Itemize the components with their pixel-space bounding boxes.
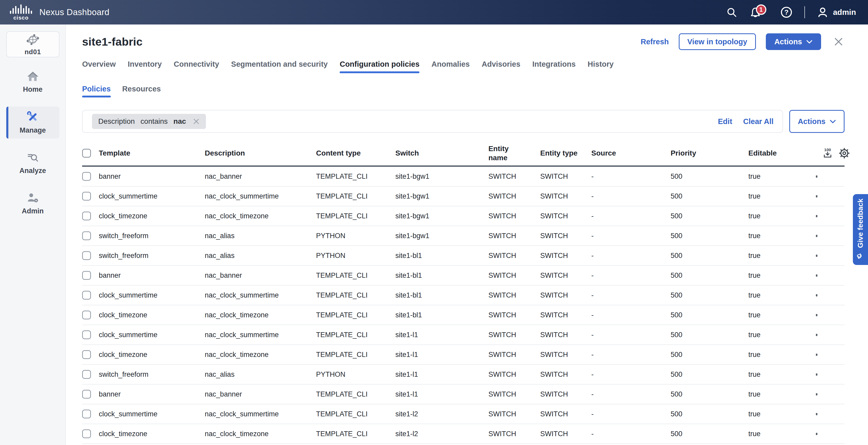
download-table-icon[interactable]: 100 — [822, 147, 834, 159]
row-actions-ellipsis-icon[interactable] — [816, 413, 817, 415]
close-icon[interactable] — [833, 36, 844, 48]
table-row[interactable]: clock_timezone nac_clock_timezone TEMPLA… — [82, 424, 844, 444]
row-actions-ellipsis-icon[interactable] — [816, 255, 817, 257]
row-actions-ellipsis-icon[interactable] — [816, 334, 817, 336]
cluster-selector[interactable]: nd01 — [6, 31, 59, 57]
tab-anomalies[interactable]: Anomalies — [431, 60, 470, 73]
column-header-description[interactable]: Description — [205, 149, 316, 157]
sidebar-item-home[interactable]: Home — [6, 66, 59, 98]
sidebar-item-admin[interactable]: Admin — [6, 188, 59, 219]
subtab-resources[interactable]: Resources — [122, 85, 161, 97]
search-icon[interactable] — [726, 6, 738, 18]
row-actions-ellipsis-icon[interactable] — [816, 354, 817, 356]
row-checkbox[interactable] — [82, 251, 91, 260]
view-in-topology-button[interactable]: View in topology — [679, 33, 756, 50]
table-settings-gear-icon[interactable] — [838, 147, 850, 159]
row-checkbox[interactable] — [82, 410, 91, 418]
row-checkbox[interactable] — [82, 212, 91, 220]
cell-content-type: TEMPLATE_CLI — [316, 272, 396, 280]
row-actions-ellipsis-icon[interactable] — [816, 294, 817, 296]
row-checkbox[interactable] — [82, 350, 91, 359]
tab-overview[interactable]: Overview — [82, 60, 116, 73]
row-checkbox[interactable] — [82, 271, 91, 280]
row-checkbox[interactable] — [82, 192, 91, 201]
cell-entity-type: SWITCH — [540, 252, 591, 260]
give-feedback-button[interactable]: Give feedback — [853, 194, 868, 265]
row-checkbox[interactable] — [82, 390, 91, 399]
subtab-policies[interactable]: Policies — [82, 85, 111, 97]
tab-segmentation-and-security[interactable]: Segmentation and security — [231, 60, 328, 73]
tab-configuration-policies[interactable]: Configuration policies — [340, 60, 420, 73]
column-header-priority[interactable]: Priority — [671, 149, 748, 157]
column-header-source[interactable]: Source — [591, 149, 671, 157]
cell-template: switch_freeform — [99, 232, 205, 240]
filter-clear-all-link[interactable]: Clear All — [743, 117, 774, 126]
cell-template: clock_timezone — [99, 430, 205, 438]
sidebar-item-manage[interactable]: Manage — [6, 106, 59, 138]
row-actions-ellipsis-icon[interactable] — [816, 195, 817, 197]
tab-connectivity[interactable]: Connectivity — [174, 60, 219, 73]
row-checkbox[interactable] — [82, 291, 91, 299]
tab-integrations[interactable]: Integrations — [532, 60, 576, 73]
table-row[interactable]: banner nac_banner TEMPLATE_CLI site1-l1 … — [82, 385, 844, 404]
tab-inventory[interactable]: Inventory — [128, 60, 162, 73]
table-row[interactable]: clock_summertime nac_clock_summertime TE… — [82, 325, 844, 345]
refresh-link[interactable]: Refresh — [641, 37, 669, 46]
cell-priority: 500 — [671, 192, 748, 200]
select-all-checkbox[interactable] — [82, 149, 91, 158]
row-checkbox[interactable] — [82, 231, 91, 240]
cell-editable: true — [748, 390, 814, 399]
column-header-content-type[interactable]: Content type — [316, 149, 396, 157]
cell-entity-type: SWITCH — [540, 311, 591, 319]
row-actions-ellipsis-icon[interactable] — [816, 176, 817, 178]
row-checkbox[interactable] — [82, 172, 91, 181]
filter-chip[interactable]: Description contains nac — [92, 114, 206, 129]
help-button[interactable]: ? — [780, 6, 793, 19]
filter-bar[interactable]: Description contains nac Edit Clear All — [82, 110, 783, 133]
cell-switch: site1-bl1 — [396, 272, 489, 280]
cell-source: - — [591, 390, 671, 399]
notifications-button[interactable]: 1 — [749, 6, 762, 19]
column-header-entity-type[interactable]: Entity type — [540, 149, 591, 157]
column-header-entity-name[interactable]: Entity name — [489, 144, 540, 162]
table-row[interactable]: banner nac_banner TEMPLATE_CLI site1-bgw… — [82, 167, 844, 187]
cell-entity-type: SWITCH — [540, 430, 591, 438]
filter-edit-link[interactable]: Edit — [718, 117, 732, 126]
table-row[interactable]: switch_freeform nac_alias PYTHON site1-b… — [82, 246, 844, 266]
tab-history[interactable]: History — [588, 60, 614, 73]
sidebar-item-analyze[interactable]: Analyze — [6, 148, 59, 179]
cell-template: clock_timezone — [99, 311, 205, 319]
row-checkbox[interactable] — [82, 370, 91, 379]
chip-remove-icon[interactable] — [192, 117, 201, 126]
user-menu[interactable]: admin — [816, 6, 856, 19]
column-header-switch[interactable]: Switch — [396, 149, 489, 157]
row-actions-ellipsis-icon[interactable] — [816, 393, 817, 395]
cell-description: nac_banner — [205, 172, 316, 181]
chip-value: nac — [173, 117, 186, 126]
table-row[interactable]: switch_freeform nac_alias PYTHON site1-l… — [82, 365, 844, 385]
column-header-template[interactable]: Template — [99, 149, 205, 157]
row-checkbox[interactable] — [82, 430, 91, 438]
tab-advisories[interactable]: Advisories — [482, 60, 520, 73]
row-checkbox[interactable] — [82, 311, 91, 319]
row-checkbox[interactable] — [82, 330, 91, 339]
table-row[interactable]: clock_timezone nac_clock_timezone TEMPLA… — [82, 305, 844, 325]
row-actions-ellipsis-icon[interactable] — [816, 274, 817, 277]
row-actions-ellipsis-icon[interactable] — [816, 373, 817, 376]
cell-source: - — [591, 272, 671, 280]
row-actions-ellipsis-icon[interactable] — [816, 215, 817, 217]
table-row[interactable]: clock_summertime nac_clock_summertime TE… — [82, 286, 844, 305]
table-row[interactable]: clock_summertime nac_clock_summertime TE… — [82, 187, 844, 206]
page-actions-button[interactable]: Actions — [766, 33, 821, 50]
row-actions-ellipsis-icon[interactable] — [816, 433, 817, 435]
cell-content-type: PYTHON — [316, 232, 396, 240]
table-row[interactable]: switch_freeform nac_alias PYTHON site1-b… — [82, 226, 844, 246]
table-row[interactable]: banner nac_banner TEMPLATE_CLI site1-bl1… — [82, 266, 844, 286]
table-row[interactable]: clock_summertime nac_clock_summertime TE… — [82, 404, 844, 424]
row-actions-ellipsis-icon[interactable] — [816, 314, 817, 316]
row-actions-ellipsis-icon[interactable] — [816, 235, 817, 237]
table-row[interactable]: clock_timezone nac_clock_timezone TEMPLA… — [82, 206, 844, 226]
table-row[interactable]: clock_timezone nac_clock_timezone TEMPLA… — [82, 345, 844, 365]
column-header-editable[interactable]: Editable — [748, 149, 814, 157]
filter-actions-button[interactable]: Actions — [789, 110, 844, 133]
